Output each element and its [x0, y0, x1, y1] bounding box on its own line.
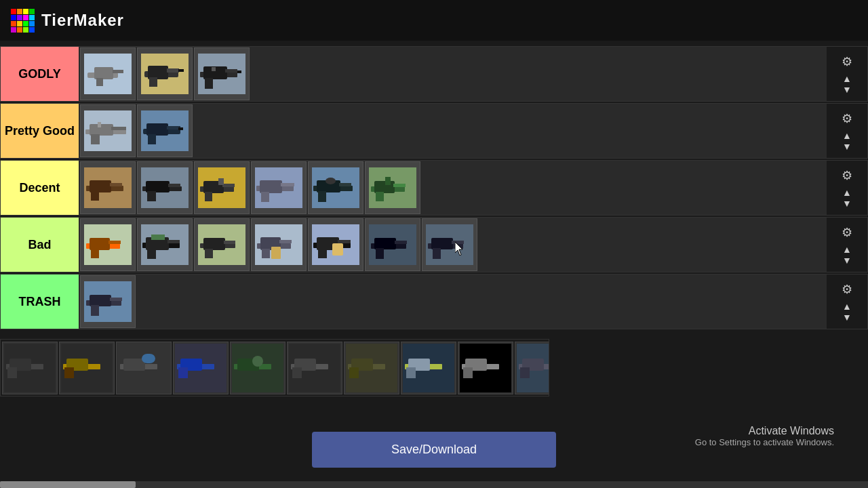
svg-rect-89 — [318, 249, 327, 258]
tier-items-godly[interactable] — [79, 47, 827, 101]
down-button-prettygood[interactable]: ▼ — [840, 141, 854, 152]
unranked-item[interactable] — [401, 342, 456, 394]
tier-item[interactable] — [137, 47, 193, 100]
svg-rect-38 — [168, 184, 180, 187]
tier-item[interactable] — [137, 104, 193, 157]
header: TierMaker — [0, 0, 868, 41]
logo-cell — [17, 9, 22, 14]
svg-rect-17 — [212, 67, 216, 71]
tier-item[interactable] — [422, 218, 477, 271]
tier-item[interactable] — [365, 161, 420, 214]
tier-item[interactable] — [308, 161, 363, 214]
tier-item[interactable] — [80, 218, 136, 271]
tier-item[interactable] — [194, 47, 250, 100]
tier-item[interactable] — [80, 47, 136, 100]
arrow-group-prettygood: ▲ ▼ — [840, 130, 854, 152]
svg-rect-67 — [91, 249, 99, 258]
unranked-item[interactable] — [458, 342, 513, 394]
svg-rect-14 — [225, 69, 237, 73]
unranked-item[interactable] — [344, 342, 399, 394]
gear-button-godly[interactable]: ⚙ — [840, 53, 854, 70]
tier-controls-decent: ⚙ ▲ ▼ — [827, 161, 867, 215]
svg-rect-22 — [91, 134, 100, 144]
svg-rect-90 — [332, 243, 343, 256]
svg-rect-3 — [113, 70, 123, 73]
svg-rect-61 — [376, 192, 384, 201]
unranked-item[interactable] — [287, 342, 342, 394]
down-button-bad[interactable]: ▼ — [840, 255, 854, 266]
tier-controls-prettygood: ⚙ ▲ ▼ — [827, 104, 867, 158]
up-button-decent[interactable]: ▲ — [840, 187, 854, 198]
logo-cell — [11, 21, 16, 26]
logo-cell — [11, 9, 16, 14]
up-button-trash[interactable]: ▲ — [840, 301, 854, 312]
down-button-decent[interactable]: ▼ — [840, 198, 854, 209]
svg-rect-20 — [90, 124, 113, 136]
svg-rect-56 — [326, 178, 336, 184]
tier-item[interactable] — [251, 218, 307, 271]
tier-item[interactable] — [194, 161, 250, 214]
tier-label-prettygood: Pretty Good — [1, 104, 79, 158]
up-button-prettygood[interactable]: ▲ — [840, 130, 854, 141]
svg-rect-8 — [167, 68, 179, 73]
svg-rect-32 — [90, 180, 111, 192]
gear-button-bad[interactable]: ⚙ — [840, 224, 854, 241]
unranked-item[interactable] — [2, 342, 58, 394]
tier-item[interactable] — [137, 161, 193, 214]
unranked-item[interactable] — [230, 342, 285, 394]
gear-button-trash[interactable]: ⚙ — [840, 281, 854, 298]
unranked-section[interactable] — [0, 339, 549, 396]
svg-rect-83 — [262, 249, 270, 258]
save-download-button[interactable]: Save/Download — [312, 432, 556, 468]
svg-rect-98 — [431, 238, 453, 249]
svg-rect-77 — [224, 241, 235, 244]
tier-item[interactable] — [365, 218, 420, 271]
scrollbar-thumb[interactable] — [0, 481, 136, 488]
unranked-item[interactable] — [515, 342, 549, 394]
svg-rect-55 — [318, 191, 326, 202]
logo-cell — [23, 9, 28, 14]
tier-controls-trash: ⚙ ▲ ▼ — [827, 274, 867, 329]
svg-rect-49 — [281, 183, 294, 186]
tier-item[interactable] — [80, 275, 136, 328]
svg-rect-43 — [222, 184, 235, 187]
tier-controls-bad: ⚙ ▲ ▼ — [827, 218, 867, 272]
tier-items-decent[interactable] — [79, 161, 827, 215]
gear-button-prettygood[interactable]: ⚙ — [840, 110, 854, 127]
logo-cell — [17, 21, 22, 26]
tier-row-prettygood: Pretty Good — [0, 103, 868, 159]
svg-rect-130 — [292, 367, 302, 378]
unranked-item[interactable] — [116, 342, 172, 394]
tier-controls-godly: ⚙ ▲ ▼ — [827, 47, 867, 101]
up-button-godly[interactable]: ▲ — [840, 73, 854, 84]
svg-rect-118 — [142, 354, 155, 363]
up-button-bad[interactable]: ▲ — [840, 244, 854, 255]
tier-item[interactable] — [251, 161, 307, 214]
tier-label-godly: GODLY — [1, 47, 79, 101]
svg-rect-110 — [7, 367, 17, 378]
tier-items-bad[interactable] — [79, 218, 827, 272]
logo-cell — [17, 27, 22, 33]
tier-item[interactable] — [80, 161, 136, 214]
svg-rect-65 — [90, 238, 110, 250]
svg-rect-93 — [374, 238, 396, 249]
svg-rect-48 — [260, 180, 282, 193]
tier-items-trash[interactable] — [79, 274, 827, 329]
svg-rect-34 — [91, 191, 99, 201]
tier-item[interactable] — [80, 104, 136, 157]
tier-item[interactable] — [137, 218, 193, 271]
unranked-item[interactable] — [59, 342, 115, 394]
bottom-scrollbar[interactable] — [0, 481, 868, 488]
logo-cell — [29, 15, 35, 20]
gear-button-decent[interactable]: ⚙ — [840, 167, 854, 184]
unranked-item[interactable] — [173, 342, 229, 394]
tier-item[interactable] — [308, 218, 363, 271]
tier-item[interactable] — [194, 218, 250, 271]
arrow-group-trash: ▲ ▼ — [840, 301, 854, 323]
tier-items-prettygood[interactable] — [79, 104, 827, 158]
down-button-godly[interactable]: ▼ — [840, 84, 854, 95]
down-button-trash[interactable]: ▼ — [840, 312, 854, 323]
logo-cell — [11, 27, 16, 33]
svg-rect-50 — [261, 192, 269, 202]
tier-label-trash: TRASH — [1, 274, 79, 329]
